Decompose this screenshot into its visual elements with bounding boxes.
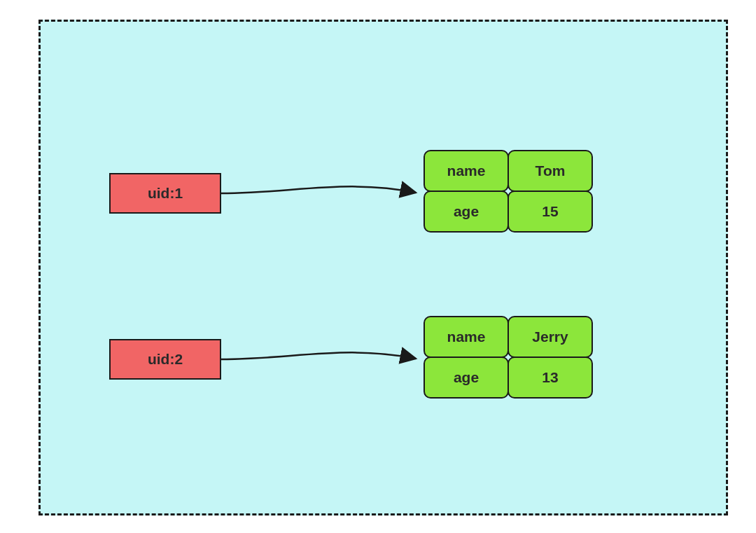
field-label: name: [424, 150, 509, 192]
key-box-1: uid:1: [109, 173, 221, 214]
arrow-icon: [221, 346, 431, 388]
field-value: Jerry: [507, 316, 593, 358]
diagram-container: uid:1 name Tom age 15 uid:2 name Jer: [38, 20, 728, 515]
field-label: age: [424, 191, 509, 233]
key-box-2: uid:2: [109, 339, 221, 380]
field-label: age: [424, 357, 509, 399]
arrow-icon: [221, 180, 431, 222]
field-value: 13: [507, 357, 593, 399]
field-label: name: [424, 316, 509, 358]
field-value: Tom: [507, 150, 593, 192]
field-value: 15: [507, 191, 593, 233]
value-grid-2: name Jerry age 13: [424, 317, 592, 398]
key-label: uid:2: [148, 351, 183, 368]
key-label: uid:1: [148, 185, 183, 202]
value-grid-1: name Tom age 15: [424, 151, 592, 232]
